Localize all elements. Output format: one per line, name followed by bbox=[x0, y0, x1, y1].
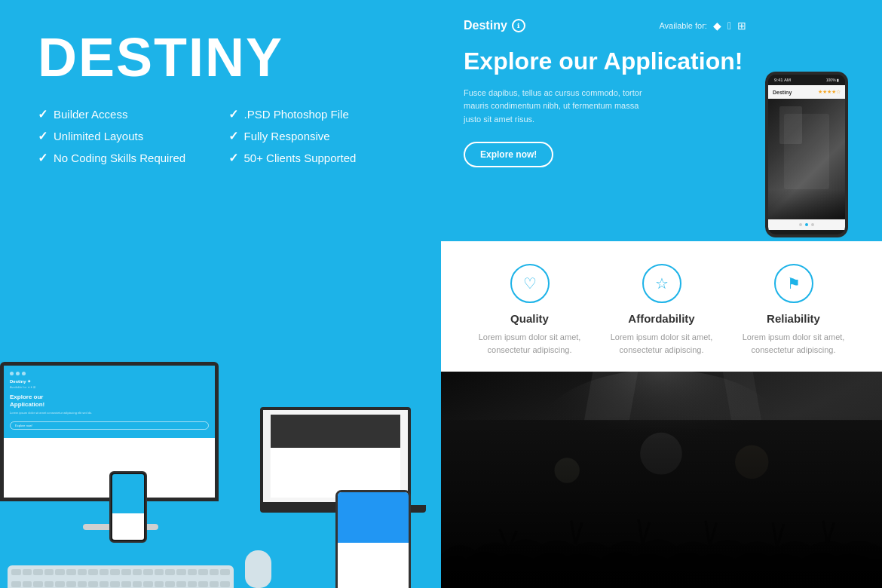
app-navigation: Destiny ℹ Available for: ◆  ⊞ bbox=[464, 19, 746, 32]
star-icon: ☆ bbox=[655, 274, 669, 292]
apple-icon:  bbox=[727, 20, 731, 32]
app-brand: Destiny ℹ bbox=[464, 19, 525, 32]
phone-screen-image bbox=[768, 99, 845, 219]
quality-icon-circle: ♡ bbox=[510, 264, 550, 303]
crowd-gradient-overlay bbox=[441, 415, 882, 588]
feature-label: 50+ Clients Supported bbox=[244, 152, 357, 164]
phone-right-area: 9:41 AM 100% ▮ Destiny ★★★★☆ bbox=[754, 19, 859, 222]
feature-responsive: ✓ Fully Responsive bbox=[228, 129, 404, 143]
check-icon: ✓ bbox=[38, 107, 47, 121]
info-icon: ℹ bbox=[517, 23, 519, 29]
features-list: ✓ Builder Access ✓ .PSD Photoshop File ✓… bbox=[38, 107, 403, 165]
mouse-mockup bbox=[245, 550, 271, 588]
android-icon: ◆ bbox=[713, 20, 721, 32]
check-icon: ✓ bbox=[228, 129, 238, 143]
right-panel: Destiny ℹ Available for: ◆  ⊞ Explore o… bbox=[441, 0, 882, 588]
concert-background bbox=[441, 372, 882, 588]
check-icon: ✓ bbox=[228, 107, 238, 121]
feature-label: No Coding Skills Required bbox=[54, 152, 185, 164]
hero-content: Destiny ℹ Available for: ◆  ⊞ Explore o… bbox=[464, 19, 754, 222]
feature-label: Builder Access bbox=[54, 108, 127, 121]
dot bbox=[799, 223, 802, 226]
feature-label: .PSD Photoshop File bbox=[244, 108, 349, 121]
platform-availability: Available for: ◆  ⊞ bbox=[659, 20, 746, 32]
concert-image-section bbox=[441, 372, 882, 588]
phone-app-title: Destiny bbox=[773, 90, 792, 95]
tablet-mockup bbox=[335, 490, 411, 588]
brand-name: Destiny bbox=[464, 19, 507, 32]
phone-desk-mockup bbox=[109, 471, 147, 543]
main-title: DESTINY bbox=[38, 30, 403, 84]
dot bbox=[811, 223, 814, 226]
affordability-label: Affordability bbox=[603, 312, 720, 325]
feature-builder-access: ✓ Builder Access bbox=[38, 107, 213, 121]
right-hero-section: Destiny ℹ Available for: ◆  ⊞ Explore o… bbox=[441, 0, 882, 241]
feature-no-coding: ✓ No Coding Skills Required bbox=[38, 151, 213, 165]
reliability-label: Reliability bbox=[735, 312, 852, 325]
phone-status-bar: 9:41 AM 100% ▮ bbox=[768, 75, 845, 85]
quality-label: Quality bbox=[471, 312, 588, 325]
status-time: 9:41 AM bbox=[774, 78, 791, 82]
feature-label: Fully Responsive bbox=[244, 130, 330, 142]
check-icon: ✓ bbox=[38, 151, 47, 165]
windows-icon: ⊞ bbox=[737, 20, 746, 32]
phone-app-header: Destiny ★★★★☆ bbox=[768, 85, 845, 99]
feature-affordability: ☆ Affordability Lorem ipsum dolor sit am… bbox=[596, 264, 727, 356]
check-icon: ✓ bbox=[228, 151, 238, 165]
features-section: ♡ Quality Lorem ipsum dolor sit amet, co… bbox=[441, 241, 882, 372]
feature-clients: ✓ 50+ Clients Supported bbox=[228, 151, 404, 165]
mockup-area: Destiny ✦ Available for: ♦ ✦ ⊞ Explore o… bbox=[0, 188, 441, 588]
quality-description: Lorem ipsum dolor sit amet, consectetur … bbox=[471, 331, 588, 356]
hero-description: Fusce dapibus, tellus ac cursus commodo,… bbox=[464, 87, 645, 127]
feature-label: Unlimited Layouts bbox=[54, 130, 143, 142]
left-panel: DESTINY ✓ Builder Access ✓ .PSD Photosho… bbox=[0, 0, 441, 588]
keyboard-mockup bbox=[8, 565, 234, 588]
left-content: DESTINY ✓ Builder Access ✓ .PSD Photosho… bbox=[0, 0, 441, 195]
flag-icon: ⚑ bbox=[787, 274, 801, 292]
hero-heading: Explore our Application! bbox=[464, 47, 746, 75]
heart-icon: ♡ bbox=[523, 274, 537, 292]
feature-reliability: ⚑ Reliability Lorem ipsum dolor sit amet… bbox=[727, 264, 859, 356]
affordability-description: Lorem ipsum dolor sit amet, consectetur … bbox=[603, 331, 720, 356]
explore-button[interactable]: Explore now! bbox=[464, 142, 553, 167]
feature-psd: ✓ .PSD Photoshop File bbox=[228, 107, 404, 121]
phone-right-mockup: 9:41 AM 100% ▮ Destiny ★★★★☆ bbox=[765, 72, 848, 237]
brand-icon: ℹ bbox=[512, 19, 525, 32]
reliability-icon-circle: ⚑ bbox=[774, 264, 813, 303]
feature-quality: ♡ Quality Lorem ipsum dolor sit amet, co… bbox=[464, 264, 596, 356]
feature-unlimited-layouts: ✓ Unlimited Layouts bbox=[38, 129, 213, 143]
phone-carousel-dots bbox=[768, 219, 845, 230]
check-icon: ✓ bbox=[38, 129, 47, 143]
reliability-description: Lorem ipsum dolor sit amet, consectetur … bbox=[735, 331, 852, 356]
phone-stars: ★★★★☆ bbox=[818, 89, 841, 95]
affordability-icon-circle: ☆ bbox=[642, 264, 681, 303]
status-battery: 100% ▮ bbox=[826, 78, 839, 82]
dot-active bbox=[805, 223, 808, 226]
available-label: Available for: bbox=[659, 21, 706, 30]
